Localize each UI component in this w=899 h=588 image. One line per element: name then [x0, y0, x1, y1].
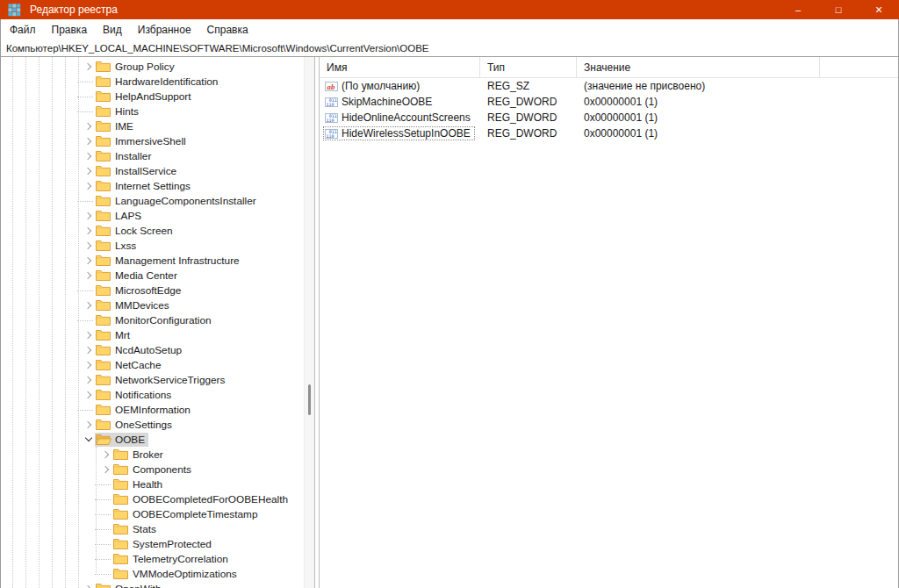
- tree-expander-icon[interactable]: [82, 60, 95, 73]
- tree-expander-icon[interactable]: [82, 209, 95, 222]
- tree-expander-icon[interactable]: [82, 418, 95, 431]
- tree-item[interactable]: Stats: [1, 521, 303, 536]
- tree-item-label: LanguageComponentsInstaller: [115, 195, 256, 207]
- menu-item[interactable]: Файл: [2, 21, 44, 39]
- tree-expander-icon[interactable]: [82, 433, 95, 446]
- menu-item[interactable]: Правка: [44, 21, 96, 39]
- tree-item[interactable]: OOBE: [1, 432, 303, 447]
- menu-item[interactable]: Избранное: [130, 21, 199, 39]
- tree-item[interactable]: Media Center: [1, 268, 303, 283]
- tree-item[interactable]: LanguageComponentsInstaller: [1, 193, 303, 208]
- tree-item-label: HardwareIdentification: [115, 75, 218, 88]
- menu-item[interactable]: Вид: [95, 21, 130, 39]
- tree-item[interactable]: VMModeOptimizations: [1, 566, 303, 581]
- tree-item[interactable]: Mrt: [1, 327, 303, 342]
- tree-item[interactable]: Group Policy: [1, 59, 303, 74]
- tree-scrollbar[interactable]: [304, 57, 314, 588]
- tree-item[interactable]: HelpAndSupport: [1, 89, 303, 104]
- tree-item-label: NetCache: [115, 359, 161, 371]
- tree-expander-icon: [82, 194, 95, 207]
- minimize-button[interactable]: –: [778, 0, 818, 19]
- folder-icon: [96, 120, 111, 132]
- tree-expander-icon[interactable]: [82, 134, 95, 147]
- tree-item[interactable]: TelemetryCorrelation: [1, 551, 303, 566]
- tree-expander-icon[interactable]: [82, 239, 95, 252]
- tree-item[interactable]: Hints: [1, 104, 303, 118]
- tree-expander-icon[interactable]: [82, 179, 95, 192]
- tree-item[interactable]: OneSettings: [1, 417, 303, 432]
- tree-item[interactable]: Installer: [1, 148, 303, 163]
- tree-item[interactable]: NetCache: [1, 357, 303, 372]
- tree-item[interactable]: Notifications: [1, 387, 303, 402]
- folder-icon: [96, 389, 111, 400]
- tree-expander-icon[interactable]: [82, 582, 95, 588]
- tree-item[interactable]: ImmersiveShell: [1, 133, 303, 148]
- tree-item[interactable]: OpenWith: [1, 581, 303, 588]
- menu-item[interactable]: Справка: [199, 21, 256, 39]
- maximize-button[interactable]: □: [818, 0, 859, 19]
- folder-icon: [96, 404, 111, 415]
- tree-item[interactable]: OOBECompleteTimestamp: [1, 506, 303, 521]
- tree-item-content: Mrt: [95, 328, 133, 342]
- tree-expander-icon[interactable]: [82, 254, 95, 267]
- tree-expander-icon[interactable]: [82, 224, 95, 237]
- tree-item[interactable]: MicrosoftEdge: [1, 283, 303, 298]
- tree-item[interactable]: Broker: [1, 447, 303, 462]
- tree-item[interactable]: OEMInformation: [1, 402, 303, 417]
- tree-item[interactable]: HardwareIdentification: [1, 74, 303, 89]
- value-name-cell[interactable]: 011 110 HideWirelessSetupInOOBE: [320, 126, 480, 140]
- tree-expander-icon[interactable]: [82, 119, 95, 133]
- tree-item[interactable]: Internet Settings: [1, 178, 303, 193]
- value-name-cell[interactable]: 011 110 SkipMachineOOBE: [320, 95, 480, 109]
- tree-item[interactable]: LAPS: [1, 208, 303, 223]
- tree-expander-icon[interactable]: [82, 328, 95, 341]
- registry-value-row[interactable]: 011 110 HideOnlineAccountScreens REG_DWO…: [320, 110, 898, 125]
- close-button[interactable]: ×: [859, 0, 899, 19]
- folder-icon: [96, 135, 111, 147]
- tree-item[interactable]: MonitorConfiguration: [1, 312, 303, 327]
- folder-icon: [113, 538, 129, 549]
- tree-item-label: ImmersiveShell: [115, 135, 186, 147]
- tree-expander-icon[interactable]: [82, 164, 95, 177]
- folder-icon: [113, 568, 129, 579]
- value-name-cell[interactable]: ab (По умолчанию): [320, 79, 480, 93]
- tree-item-label: LAPS: [115, 210, 141, 222]
- value-data-cell: 0x00000001 (1): [577, 111, 658, 124]
- tree-item[interactable]: NetworkServiceTriggers: [1, 372, 303, 387]
- registry-value-row[interactable]: 011 110 SkipMachineOOBE REG_DWORD 0x0000…: [320, 94, 898, 110]
- tree-expander-icon: [99, 537, 112, 550]
- tree-item[interactable]: SystemProtected: [1, 536, 303, 551]
- tree-item[interactable]: Health: [1, 477, 303, 491]
- tree-expander-icon[interactable]: [82, 298, 95, 312]
- tree-expander-icon[interactable]: [82, 358, 95, 371]
- value-name-cell[interactable]: 011 110 HideOnlineAccountScreens: [320, 111, 480, 125]
- tree-expander-icon[interactable]: [82, 373, 95, 386]
- registry-value-row[interactable]: 011 110 HideWirelessSetupInOOBE REG_DWOR…: [320, 125, 898, 141]
- tree-item-label: Management Infrastructure: [115, 255, 240, 267]
- tree-scrollbar-thumb[interactable]: [308, 384, 311, 415]
- address-input[interactable]: [1, 39, 898, 56]
- tree-expander-icon[interactable]: [82, 149, 95, 162]
- tree-item[interactable]: Management Infrastructure: [1, 253, 303, 268]
- tree-item[interactable]: IME: [1, 118, 303, 133]
- tree-item[interactable]: InstallService: [1, 163, 303, 178]
- tree-expander-icon[interactable]: [99, 448, 112, 461]
- column-header-name[interactable]: Имя: [320, 57, 480, 77]
- tree-item[interactable]: Components: [1, 462, 303, 477]
- tree-expander-icon[interactable]: [82, 343, 95, 356]
- tree-item[interactable]: OOBECompletedForOOBEHealth: [1, 491, 303, 506]
- tree-item[interactable]: Lock Screen: [1, 223, 303, 238]
- registry-value-row[interactable]: ab (По умолчанию) REG_SZ (значение не пр…: [320, 78, 898, 94]
- folder-icon: [113, 478, 129, 490]
- tree-expander-icon[interactable]: [99, 463, 112, 476]
- column-header-type[interactable]: Тип: [480, 57, 577, 77]
- tree-expander-icon[interactable]: [82, 269, 95, 282]
- tree-item[interactable]: Lxss: [1, 238, 303, 253]
- tree-item-content: Broker: [112, 448, 167, 462]
- tree-item[interactable]: MMDevices: [1, 298, 303, 312]
- column-header-value[interactable]: Значение: [577, 57, 820, 77]
- folder-icon: [96, 344, 111, 355]
- tree-item[interactable]: NcdAutoSetup: [1, 342, 303, 357]
- folder-icon: [96, 434, 111, 445]
- tree-expander-icon[interactable]: [82, 388, 95, 401]
